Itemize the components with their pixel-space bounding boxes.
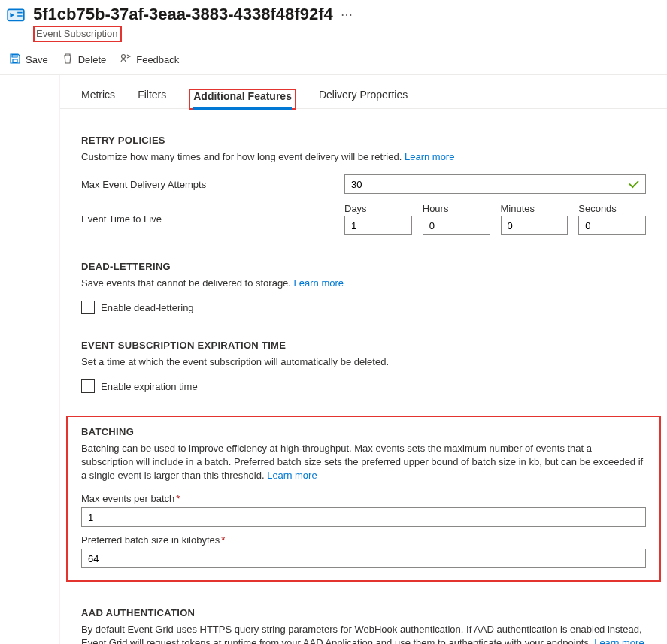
- tab-delivery-properties[interactable]: Delivery Properties: [319, 89, 408, 108]
- more-icon[interactable]: ⋯: [341, 8, 353, 22]
- retry-desc-text: Customize how many times and for how lon…: [81, 151, 402, 162]
- batching-section: BATCHING Batching can be used to improve…: [66, 416, 661, 582]
- feedback-button[interactable]: Feedback: [120, 53, 179, 67]
- aad-auth-description: By default Event Grid uses HTTPS query s…: [81, 623, 646, 644]
- dead-learn-more-link[interactable]: Learn more: [294, 277, 344, 289]
- expiration-description: Set a time at which the event subscripti…: [81, 355, 646, 369]
- tab-additional-features[interactable]: Additional Features: [193, 90, 292, 110]
- ttl-label: Event Time to Live: [81, 213, 344, 225]
- batching-title: BATCHING: [81, 426, 646, 437]
- ttl-minutes-input[interactable]: [501, 216, 568, 235]
- ttl-days-input[interactable]: [344, 216, 412, 235]
- feedback-icon: [120, 53, 132, 67]
- ttl-days-label: Days: [344, 203, 412, 214]
- retry-policies-description: Customize how many times and for how lon…: [81, 150, 646, 164]
- svg-point-1: [122, 55, 126, 59]
- aad-auth-section: AAD AUTHENTICATION By default Event Grid…: [60, 607, 667, 644]
- enable-expiration-label: Enable expiration time: [101, 381, 198, 392]
- dead-desc-text: Save events that cannot be delivered to …: [81, 277, 291, 289]
- ttl-seconds-label: Seconds: [578, 203, 646, 214]
- enable-dead-lettering-checkbox[interactable]: [81, 301, 95, 314]
- delete-label: Delete: [78, 54, 107, 65]
- tab-filters[interactable]: Filters: [138, 89, 166, 108]
- batch-learn-more-link[interactable]: Learn more: [267, 470, 317, 481]
- retry-learn-more-link[interactable]: Learn more: [405, 151, 454, 162]
- dead-lettering-title: DEAD-LETTERING: [81, 261, 646, 272]
- page-header: 5f1cb75b-37af-3eaa-3883-4338f48f92f4 ⋯ E…: [0, 0, 667, 44]
- required-asterisk: *: [176, 493, 180, 504]
- command-bar: Save Delete Feedback: [0, 44, 667, 75]
- tab-strip: Metrics Filters Additional Features Deli…: [60, 75, 667, 109]
- save-icon: [9, 53, 21, 67]
- left-gutter: [0, 75, 60, 644]
- event-subscription-icon: [6, 6, 26, 26]
- resource-type-label: Event Subscription: [33, 26, 122, 42]
- max-attempts-input[interactable]: [344, 174, 646, 194]
- expiration-section: EVENT SUBSCRIPTION EXPIRATION TIME Set a…: [60, 340, 667, 393]
- tab-additional-features-highlight: Additional Features: [189, 89, 296, 110]
- required-asterisk: *: [221, 534, 225, 546]
- max-events-input[interactable]: [81, 507, 646, 527]
- retry-policies-section: RETRY POLICIES Customize how many times …: [60, 135, 667, 235]
- ttl-hours-input[interactable]: [423, 216, 490, 235]
- pref-batch-size-input[interactable]: [81, 549, 646, 568]
- trash-icon: [62, 53, 74, 67]
- tab-metrics[interactable]: Metrics: [81, 89, 115, 108]
- dead-lettering-section: DEAD-LETTERING Save events that cannot b…: [60, 261, 667, 314]
- enable-dead-lettering-label: Enable dead-lettering: [101, 302, 194, 313]
- ttl-minutes-label: Minutes: [501, 203, 568, 214]
- dead-lettering-description: Save events that cannot be delivered to …: [81, 277, 646, 290]
- ttl-hours-label: Hours: [423, 203, 490, 214]
- max-events-label-text: Max events per batch: [81, 493, 174, 504]
- aad-learn-more-link[interactable]: Learn more: [594, 637, 644, 644]
- retry-policies-title: RETRY POLICIES: [81, 135, 646, 146]
- feedback-label: Feedback: [136, 54, 179, 65]
- aad-desc-text: By default Event Grid uses HTTPS query s…: [81, 624, 642, 644]
- batching-description: Batching can be used to improve efficien…: [81, 442, 646, 482]
- max-attempts-label: Max Event Delivery Attempts: [81, 179, 344, 190]
- save-label: Save: [26, 54, 48, 65]
- enable-expiration-checkbox[interactable]: [81, 379, 95, 393]
- max-events-label: Max events per batch*: [81, 493, 646, 504]
- aad-auth-title: AAD AUTHENTICATION: [81, 607, 646, 618]
- expiration-title: EVENT SUBSCRIPTION EXPIRATION TIME: [81, 340, 646, 351]
- delete-button[interactable]: Delete: [62, 53, 107, 67]
- pref-batch-size-label-text: Preferred batch size in kilobytes: [81, 534, 220, 546]
- save-button[interactable]: Save: [9, 53, 48, 67]
- batch-desc-text: Batching can be used to improve efficien…: [81, 443, 643, 481]
- page-title: 5f1cb75b-37af-3eaa-3883-4338f48f92f4: [33, 5, 333, 24]
- ttl-seconds-input[interactable]: [578, 216, 646, 235]
- pref-batch-size-label: Preferred batch size in kilobytes*: [81, 534, 646, 546]
